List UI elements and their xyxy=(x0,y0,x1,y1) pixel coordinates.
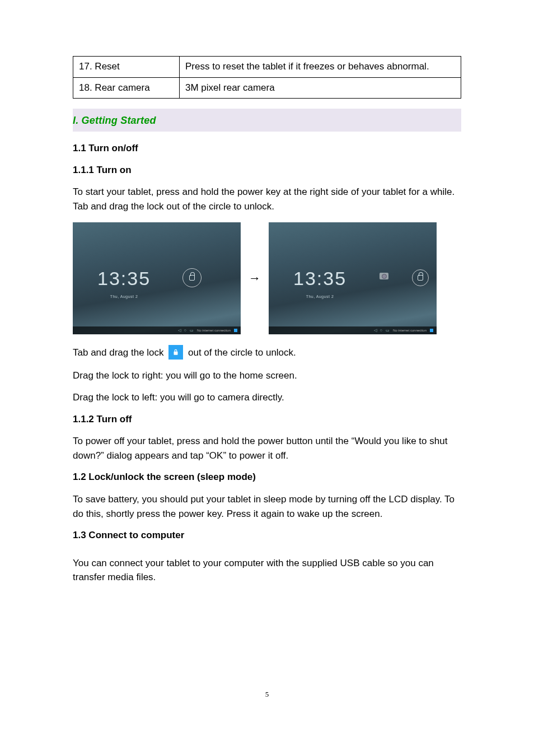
clock-time: 13:35 xyxy=(293,265,346,292)
home-icon: ○ xyxy=(380,328,382,333)
spec-name-cell: 18. Rear camera xyxy=(73,77,180,99)
page-number: 5 xyxy=(73,689,461,700)
inline-lock-icon xyxy=(168,345,183,360)
clock-time: 13:35 xyxy=(97,265,151,292)
notification-dot xyxy=(234,329,237,332)
heading-1-1: 1.1 Turn on/off xyxy=(73,142,461,156)
paragraph-connect: You can connect your tablet to your comp… xyxy=(73,556,461,585)
section-title: I. Getting Started xyxy=(73,115,156,126)
lockline-b: out of the circle to unlock. xyxy=(188,347,296,358)
lock-icon xyxy=(189,275,195,281)
table-row: 18. Rear camera 3M pixel rear camera xyxy=(73,77,461,99)
unlock-ring xyxy=(412,269,429,286)
heading-1-1-1: 1.1.1 Turn on xyxy=(73,164,461,178)
spec-name-cell: 17. Reset xyxy=(73,57,180,78)
heading-1-1-2: 1.1.2 Turn off xyxy=(73,413,461,427)
camera-icon xyxy=(380,273,388,279)
clock-widget: 13:35 Thu, August 2 xyxy=(97,265,151,299)
clock-date: Thu, August 2 xyxy=(293,294,346,300)
section-header: I. Getting Started xyxy=(73,109,461,132)
status-bar: ◁ ○ ▭ No internet connection xyxy=(269,326,437,334)
status-text: No internet connection xyxy=(197,328,231,333)
arrow-icon: → xyxy=(249,269,261,287)
table-row: 17. Reset Press to reset the tablet if i… xyxy=(73,57,461,78)
paragraph-lock-screen: To save battery, you should put your tab… xyxy=(73,492,461,521)
back-icon: ◁ xyxy=(374,328,377,333)
back-icon: ◁ xyxy=(178,328,181,333)
recent-icon: ▭ xyxy=(386,328,390,333)
lockline-a: Tab and drag the lock xyxy=(73,347,166,358)
unlock-icon xyxy=(418,275,423,281)
status-text: No internet connection xyxy=(393,328,427,333)
heading-1-2: 1.2 Lock/unlock the screen (sleep mode) xyxy=(73,470,461,484)
status-bar: ◁ ○ ▭ No internet connection xyxy=(73,326,241,334)
specs-table: 17. Reset Press to reset the tablet if i… xyxy=(73,56,461,99)
home-icon: ○ xyxy=(184,328,186,333)
lock-ring xyxy=(182,268,202,287)
paragraph-turn-on: To start your tablet, press and hold the… xyxy=(73,185,461,213)
clock-date: Thu, August 2 xyxy=(97,294,151,300)
paragraph-drag-left: Drag the lock to left: you will go to ca… xyxy=(73,390,461,405)
clock-widget: 13:35 Thu, August 2 xyxy=(293,265,346,299)
heading-1-3: 1.3 Connect to computer xyxy=(73,529,461,543)
recent-icon: ▭ xyxy=(190,328,194,333)
spec-desc-cell: 3M pixel rear camera xyxy=(180,77,461,99)
lockscreen-after: 13:35 Thu, August 2 ◁ ○ ▭ No internet co… xyxy=(269,222,437,334)
spec-desc-cell: Press to reset the tablet if it freezes … xyxy=(180,57,461,78)
paragraph-drag-right: Drag the lock to right: you will go to t… xyxy=(73,368,461,383)
notification-dot xyxy=(430,329,433,332)
lockscreen-before: 13:35 Thu, August 2 ◁ ○ ▭ No internet co… xyxy=(73,222,241,334)
screenshot-row: 13:35 Thu, August 2 ◁ ○ ▭ No internet co… xyxy=(73,222,461,334)
paragraph-turn-off: To power off your tablet, press and hold… xyxy=(73,434,461,463)
paragraph-lock-inline: Tab and drag the lock out of the circle … xyxy=(73,346,461,361)
